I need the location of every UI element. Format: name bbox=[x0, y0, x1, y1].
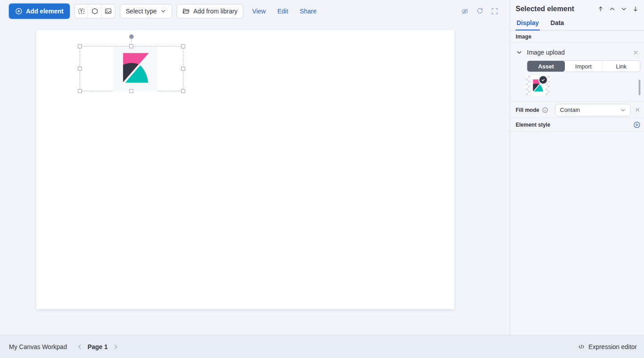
sidebar-title: Selected element bbox=[516, 5, 574, 13]
asset-thumbnail-selected[interactable] bbox=[525, 76, 551, 96]
resize-handle-e[interactable] bbox=[181, 67, 185, 71]
resize-handle-s[interactable] bbox=[129, 89, 133, 93]
kibana-logo-graphic bbox=[119, 52, 152, 85]
asset-thumbnails bbox=[525, 76, 640, 96]
image-upload-label: Image upload bbox=[527, 49, 565, 56]
resize-handle-n[interactable] bbox=[129, 44, 133, 48]
edit-link[interactable]: Edit bbox=[277, 8, 288, 15]
image-section-header: Image bbox=[510, 31, 644, 43]
workpad-nav-links: View Edit Share bbox=[252, 8, 317, 15]
image-upload-accordion[interactable]: Image upload bbox=[510, 43, 644, 60]
tab-data[interactable]: Data bbox=[550, 17, 565, 30]
page-label[interactable]: Page 1 bbox=[88, 343, 108, 350]
remove-fill-mode-icon[interactable] bbox=[635, 107, 640, 113]
image-icon bbox=[105, 8, 112, 15]
add-element-label: Add element bbox=[26, 8, 64, 15]
send-backward-icon[interactable] bbox=[621, 6, 627, 12]
rotate-handle[interactable] bbox=[129, 34, 134, 39]
previous-page-icon[interactable] bbox=[76, 343, 83, 350]
source-tab-import[interactable]: Import bbox=[565, 61, 602, 72]
remove-image-upload-icon[interactable] bbox=[633, 50, 639, 55]
image-upload-body: Asset Import Link bbox=[510, 60, 644, 96]
sidebar-header: Selected element bbox=[510, 0, 644, 16]
canvas-workspace[interactable] bbox=[0, 22, 510, 335]
text-tool-icon bbox=[78, 8, 85, 15]
selected-check-icon bbox=[539, 76, 547, 84]
source-tab-link[interactable]: Link bbox=[602, 61, 640, 72]
resize-handle-w[interactable] bbox=[78, 67, 82, 71]
workpad-page[interactable] bbox=[36, 30, 454, 309]
fill-mode-value: Contain bbox=[560, 107, 580, 113]
source-tab-asset[interactable]: Asset bbox=[527, 61, 565, 72]
kibana-logo-image[interactable] bbox=[113, 47, 157, 91]
sidebar-tabs: Display Data bbox=[510, 17, 644, 31]
resize-handle-se[interactable] bbox=[181, 89, 185, 93]
quick-create-group bbox=[74, 4, 115, 18]
select-type-dropdown[interactable]: Select type bbox=[120, 4, 172, 18]
info-icon[interactable] bbox=[542, 107, 548, 113]
select-chevron-down-icon bbox=[620, 107, 626, 113]
resize-handle-ne[interactable] bbox=[181, 44, 185, 48]
bring-to-front-icon[interactable] bbox=[597, 6, 604, 12]
element-style-row: Element style bbox=[510, 118, 644, 132]
image-source-button-group: Asset Import Link bbox=[527, 60, 640, 72]
expression-editor-toggle[interactable]: Expression editor bbox=[578, 343, 637, 350]
accordion-chevron-down-icon[interactable] bbox=[516, 49, 523, 56]
hexagon-shape-icon bbox=[91, 8, 98, 15]
element-style-label: Element style bbox=[516, 122, 550, 128]
selected-element-sidebar: Selected element bbox=[510, 0, 644, 335]
text-element-button[interactable] bbox=[75, 4, 88, 18]
send-to-back-icon[interactable] bbox=[632, 6, 639, 12]
hide-editing-controls-icon[interactable] bbox=[461, 8, 469, 15]
fill-mode-label: Fill mode bbox=[516, 107, 539, 113]
select-type-label: Select type bbox=[126, 8, 157, 15]
resize-handle-sw[interactable] bbox=[78, 89, 82, 93]
add-from-library-button[interactable]: Add from library bbox=[177, 4, 243, 18]
chevron-down-icon bbox=[160, 8, 166, 14]
expression-editor-label: Expression editor bbox=[589, 343, 637, 350]
add-from-library-label: Add from library bbox=[193, 8, 237, 15]
image-element-button[interactable] bbox=[102, 4, 115, 18]
selected-image-element[interactable] bbox=[80, 46, 183, 91]
resize-handle-nw[interactable] bbox=[78, 44, 82, 48]
add-style-icon[interactable] bbox=[633, 121, 640, 128]
top-toolbar: Add element bbox=[0, 0, 510, 22]
plus-circle-icon bbox=[15, 8, 22, 15]
refresh-icon[interactable] bbox=[476, 8, 483, 15]
fill-mode-row: Fill mode Contain bbox=[510, 102, 644, 118]
sidebar-scrollbar-thumb[interactable] bbox=[639, 80, 640, 95]
fill-mode-select[interactable]: Contain bbox=[555, 104, 631, 116]
bring-forward-icon[interactable] bbox=[609, 6, 615, 12]
add-element-button[interactable]: Add element bbox=[9, 4, 70, 19]
workpad-footer: My Canvas Workpad Page 1 Expression edit… bbox=[0, 335, 644, 358]
workpad-name[interactable]: My Canvas Workpad bbox=[9, 343, 67, 350]
code-icon bbox=[578, 343, 585, 350]
shape-element-button[interactable] bbox=[88, 4, 102, 18]
tab-display[interactable]: Display bbox=[516, 17, 540, 30]
fullscreen-icon[interactable] bbox=[491, 8, 498, 15]
page-navigation: Page 1 bbox=[76, 343, 119, 350]
layer-order-controls bbox=[597, 6, 639, 12]
view-controls bbox=[461, 8, 504, 15]
next-page-icon[interactable] bbox=[112, 343, 119, 350]
folder-open-icon bbox=[182, 8, 190, 15]
view-link[interactable]: View bbox=[252, 8, 266, 15]
share-link[interactable]: Share bbox=[300, 8, 316, 15]
